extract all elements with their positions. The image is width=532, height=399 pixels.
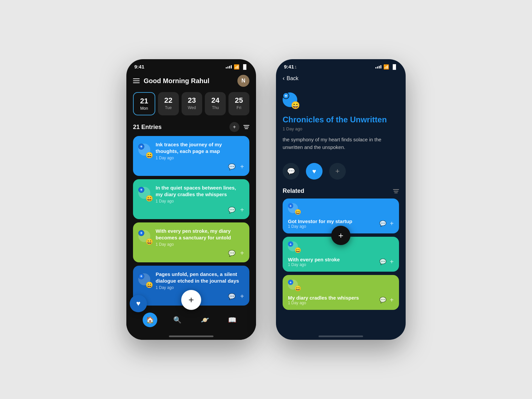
add-entry-button[interactable]: + — [229, 122, 239, 132]
rc-actions-1: 💬 + — [379, 220, 394, 227]
status-bar-2: 9:411 📶 ▐▌ — [276, 59, 406, 72]
phone-2: 9:411 📶 ▐▌ ‹ Back + 😄 Chronicles of the … — [276, 59, 406, 340]
rc-add-3[interactable]: + — [390, 296, 394, 304]
related-title: Related — [283, 188, 304, 195]
rc-plus-3: + — [288, 280, 293, 285]
home-indicator — [169, 335, 213, 337]
floating-heart[interactable]: ♥ — [130, 295, 147, 312]
nav-search[interactable]: 🔍 — [170, 313, 185, 327]
card-time-3: 1 Day ago — [156, 242, 244, 247]
entry-content: the symphony of my heart finds solace in… — [283, 136, 399, 151]
filter-icon[interactable] — [243, 125, 249, 129]
card-icon-group-4: + 😄 — [138, 273, 153, 288]
emoji-badge-4: 😄 — [146, 282, 153, 288]
comment-action-2[interactable]: 💬 — [228, 206, 235, 214]
rc-plus-1: + — [288, 203, 293, 208]
header-title: Good Morning Rahul — [144, 77, 209, 85]
entries-header: 21 Entries + — [126, 121, 256, 136]
add-action-4[interactable]: + — [240, 293, 244, 300]
add-action-1[interactable]: + — [240, 163, 244, 171]
related-filter-icon[interactable] — [393, 189, 399, 193]
entry-emoji: 😄 — [291, 101, 300, 110]
card-title-4: Pages unfold, pen dances, a silent dialo… — [156, 271, 244, 284]
menu-icon[interactable] — [133, 78, 140, 83]
rc-actions-3: 💬 + — [379, 296, 394, 304]
date-day-23: Wed — [188, 105, 196, 110]
entry-title: Chronicles of the Unwritten — [283, 115, 399, 124]
nav-explore[interactable]: 🪐 — [198, 313, 212, 327]
add-button[interactable]: + — [329, 163, 346, 180]
fab-add-button[interactable]: + — [181, 290, 201, 310]
rc-comment-2[interactable]: 💬 — [379, 258, 386, 265]
avatar[interactable]: N — [237, 75, 249, 87]
rc-header-1: + 😄 — [288, 203, 394, 215]
status-icons-1: 📶 ▐▌ — [226, 64, 248, 69]
journal-card-3[interactable]: + 😄 With every pen stroke, my diary beco… — [133, 222, 249, 262]
nav-library[interactable]: 📖 — [225, 313, 240, 327]
wifi-icon: 📶 — [234, 64, 239, 69]
related-header: Related — [276, 185, 406, 199]
signal-icon-2 — [375, 65, 381, 68]
card-text-4: Pages unfold, pen dances, a silent dialo… — [156, 271, 244, 290]
card-icon-group-3: + 😄 — [138, 230, 153, 245]
related-card-3[interactable]: + 😄 My diary cradles the whispers 1 Day … — [283, 275, 399, 310]
comment-action-4[interactable]: 💬 — [228, 293, 235, 300]
add-action-3[interactable]: + — [240, 249, 244, 257]
journal-card-1[interactable]: + 😄 Ink traces the journey of my thought… — [133, 136, 249, 176]
date-item-22[interactable]: 22 Tue — [158, 92, 179, 115]
rc-title-2: With every pen stroke — [288, 257, 340, 262]
rc-add-2[interactable]: + — [390, 258, 394, 266]
header-left: Good Morning Rahul — [133, 77, 209, 85]
nav-home[interactable]: 🏠 — [143, 313, 157, 327]
card-header-1: + 😄 Ink traces the journey of my thought… — [138, 141, 244, 160]
back-label: Back — [287, 75, 299, 81]
rc-emoji-1: 😄 — [295, 209, 301, 215]
card-text-3: With every pen stroke, my diary becomes … — [156, 228, 244, 247]
card-time-4: 1 Day ago — [156, 285, 244, 290]
date-day-21: Mon — [140, 106, 148, 111]
rc-title-1: Got Investor for my startup — [288, 218, 352, 224]
rc-plus-2: + — [288, 241, 293, 247]
card-time-1: 1 Day ago — [156, 156, 244, 160]
rc-time-3: 1 Day ago — [288, 301, 359, 305]
date-item-23[interactable]: 23 Wed — [182, 92, 202, 115]
add-action-2[interactable]: + — [240, 206, 244, 214]
card-text-2: In the quiet spaces between lines, my di… — [156, 185, 244, 203]
date-item-25[interactable]: 25 Fri — [228, 92, 249, 115]
status-icons-2: 📶 ▐▌ — [375, 64, 398, 69]
comment-button[interactable]: 💬 — [283, 163, 299, 180]
date-strip: 21 Mon 22 Tue 23 Wed 24 Thu 25 Fri — [126, 92, 256, 121]
rc-emoji-2: 😄 — [295, 247, 301, 253]
rc-time-2: 1 Day ago — [288, 262, 340, 267]
date-item-24[interactable]: 24 Thu — [205, 92, 226, 115]
back-arrow-icon: ‹ — [283, 75, 285, 82]
entry-time: 1 Day ago — [283, 126, 399, 131]
fab-add-button-2[interactable]: + — [331, 226, 350, 245]
entry-plus-badge: + — [283, 92, 289, 99]
like-button[interactable]: ♥ — [306, 163, 323, 180]
heart-icon: ♥ — [136, 299, 140, 308]
journal-card-2[interactable]: + 😄 In the quiet spaces between lines, m… — [133, 179, 249, 219]
rc-title-3: My diary cradles the whispers — [288, 295, 359, 301]
battery-icon-2: ▐▌ — [391, 64, 398, 69]
rc-icon-group-2: + 😄 — [288, 241, 301, 253]
rc-actions-2: 💬 + — [379, 258, 394, 266]
time-display-1: 9:41 — [134, 64, 144, 69]
emoji-badge-3: 😄 — [146, 239, 153, 245]
rc-comment-3[interactable]: 💬 — [379, 297, 386, 304]
wifi-icon-2: 📶 — [383, 64, 389, 69]
card-header-4: + 😄 Pages unfold, pen dances, a silent d… — [138, 271, 244, 290]
date-item-21[interactable]: 21 Mon — [133, 92, 155, 115]
back-button[interactable]: ‹ Back — [276, 72, 406, 87]
signal-icon — [226, 65, 232, 68]
date-num-23: 23 — [188, 96, 196, 105]
comment-action-1[interactable]: 💬 — [228, 163, 235, 171]
comment-action-3[interactable]: 💬 — [228, 250, 235, 257]
plus-badge-2: + — [138, 187, 144, 193]
card-header-2: + 😄 In the quiet spaces between lines, m… — [138, 185, 244, 203]
rc-add-1[interactable]: + — [390, 220, 394, 227]
time-display-2: 9:411 — [284, 64, 297, 69]
card-footer-1: 💬 + — [138, 163, 244, 171]
rc-comment-1[interactable]: 💬 — [379, 220, 386, 227]
battery-icon: ▐▌ — [241, 64, 248, 69]
